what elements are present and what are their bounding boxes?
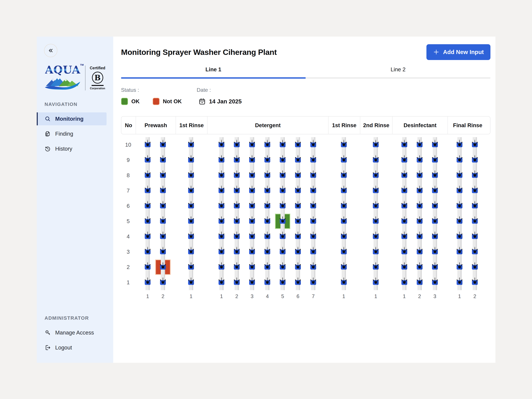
sprayer-cell[interactable] bbox=[290, 198, 306, 214]
sprayer-cell[interactable] bbox=[290, 168, 306, 183]
sprayer-cell[interactable] bbox=[260, 229, 275, 244]
sprayer-cell[interactable] bbox=[306, 183, 321, 198]
sprayer-cell[interactable] bbox=[183, 137, 199, 152]
sprayer-cell[interactable] bbox=[214, 137, 229, 152]
tab-line-1[interactable]: Line 1 bbox=[121, 66, 306, 79]
sprayer-cell[interactable] bbox=[467, 152, 482, 168]
sprayer-cell[interactable] bbox=[467, 260, 482, 275]
sprayer-cell[interactable] bbox=[336, 229, 351, 244]
sprayer-cell[interactable] bbox=[290, 229, 306, 244]
sprayer-cell[interactable] bbox=[229, 275, 244, 290]
sprayer-cell[interactable] bbox=[368, 152, 383, 168]
sprayer-cell[interactable] bbox=[290, 244, 306, 260]
sprayer-cell[interactable] bbox=[452, 183, 467, 198]
sprayer-cell[interactable] bbox=[183, 275, 199, 290]
sprayer-cell[interactable] bbox=[306, 152, 321, 168]
sprayer-cell[interactable] bbox=[260, 214, 275, 229]
sprayer-cell[interactable] bbox=[397, 183, 412, 198]
sprayer-cell[interactable] bbox=[427, 229, 443, 244]
sprayer-cell[interactable] bbox=[229, 137, 244, 152]
sprayer-cell[interactable] bbox=[290, 137, 306, 152]
sprayer-cell[interactable] bbox=[155, 214, 171, 229]
sprayer-cell[interactable] bbox=[214, 229, 229, 244]
date-picker[interactable]: 14 Jan 2025 bbox=[198, 98, 242, 105]
sprayer-cell[interactable] bbox=[140, 137, 155, 152]
sprayer-cell[interactable] bbox=[260, 260, 275, 275]
sprayer-cell[interactable] bbox=[229, 168, 244, 183]
sprayer-cell[interactable] bbox=[229, 183, 244, 198]
sprayer-cell[interactable] bbox=[183, 260, 199, 275]
sprayer-cell[interactable] bbox=[214, 214, 229, 229]
sprayer-cell[interactable] bbox=[140, 229, 155, 244]
sprayer-cell[interactable] bbox=[452, 214, 467, 229]
sprayer-cell[interactable] bbox=[427, 137, 443, 152]
sprayer-cell[interactable] bbox=[397, 168, 412, 183]
sprayer-cell[interactable] bbox=[140, 214, 155, 229]
sprayer-cell[interactable] bbox=[368, 275, 383, 290]
sprayer-cell[interactable] bbox=[244, 229, 260, 244]
sprayer-cell[interactable] bbox=[427, 183, 443, 198]
sprayer-cell[interactable] bbox=[306, 214, 321, 229]
sprayer-cell[interactable] bbox=[140, 168, 155, 183]
sprayer-cell[interactable] bbox=[260, 183, 275, 198]
sprayer-cell[interactable] bbox=[467, 229, 482, 244]
sprayer-cell[interactable] bbox=[260, 198, 275, 214]
sprayer-cell[interactable] bbox=[306, 198, 321, 214]
sprayer-cell[interactable] bbox=[412, 152, 427, 168]
sprayer-cell[interactable] bbox=[140, 244, 155, 260]
sprayer-cell[interactable] bbox=[183, 152, 199, 168]
sprayer-cell[interactable] bbox=[397, 152, 412, 168]
sprayer-cell[interactable] bbox=[336, 244, 351, 260]
sprayer-cell[interactable] bbox=[275, 229, 290, 244]
sprayer-cell[interactable] bbox=[290, 183, 306, 198]
sprayer-cell[interactable] bbox=[452, 275, 467, 290]
sprayer-cell[interactable] bbox=[244, 168, 260, 183]
sprayer-cell[interactable] bbox=[275, 244, 290, 260]
sprayer-cell[interactable] bbox=[306, 275, 321, 290]
sprayer-cell[interactable] bbox=[368, 214, 383, 229]
sprayer-cell[interactable] bbox=[336, 168, 351, 183]
sprayer-cell[interactable] bbox=[244, 183, 260, 198]
sprayer-cell[interactable] bbox=[336, 183, 351, 198]
sprayer-cell[interactable] bbox=[290, 260, 306, 275]
sidebar-nav-item-monitoring[interactable]: Monitoring bbox=[37, 112, 107, 125]
sprayer-cell[interactable] bbox=[214, 183, 229, 198]
sprayer-cell[interactable] bbox=[336, 198, 351, 214]
sprayer-cell[interactable] bbox=[452, 168, 467, 183]
sprayer-cell[interactable] bbox=[412, 168, 427, 183]
sprayer-cell[interactable] bbox=[275, 260, 290, 275]
sprayer-cell[interactable] bbox=[275, 198, 290, 214]
sprayer-cell[interactable] bbox=[467, 244, 482, 260]
sprayer-cell[interactable] bbox=[155, 152, 171, 168]
add-new-input-button[interactable]: Add New Input bbox=[426, 44, 490, 60]
sprayer-cell[interactable] bbox=[183, 229, 199, 244]
sprayer-cell[interactable] bbox=[155, 229, 171, 244]
sprayer-cell[interactable] bbox=[214, 275, 229, 290]
sprayer-cell[interactable] bbox=[155, 137, 171, 152]
sprayer-cell[interactable] bbox=[275, 168, 290, 183]
sprayer-cell[interactable] bbox=[260, 137, 275, 152]
sprayer-cell[interactable] bbox=[140, 198, 155, 214]
sprayer-cell[interactable] bbox=[397, 275, 412, 290]
sprayer-cell[interactable] bbox=[452, 229, 467, 244]
sprayer-cell[interactable] bbox=[214, 244, 229, 260]
sprayer-cell[interactable] bbox=[275, 137, 290, 152]
sprayer-cell[interactable] bbox=[306, 229, 321, 244]
sprayer-cell[interactable] bbox=[397, 214, 412, 229]
sprayer-cell[interactable] bbox=[412, 229, 427, 244]
sprayer-cell[interactable] bbox=[229, 152, 244, 168]
sprayer-cell[interactable] bbox=[183, 168, 199, 183]
sprayer-cell[interactable] bbox=[336, 137, 351, 152]
sprayer-cell[interactable] bbox=[306, 244, 321, 260]
sprayer-cell[interactable] bbox=[412, 137, 427, 152]
sprayer-cell[interactable] bbox=[183, 214, 199, 229]
sprayer-cell[interactable] bbox=[427, 152, 443, 168]
sprayer-cell[interactable] bbox=[260, 275, 275, 290]
sprayer-cell[interactable] bbox=[336, 275, 351, 290]
sprayer-cell[interactable] bbox=[397, 260, 412, 275]
sprayer-cell[interactable] bbox=[244, 198, 260, 214]
sprayer-cell[interactable] bbox=[275, 275, 290, 290]
tab-line-2[interactable]: Line 2 bbox=[306, 66, 490, 79]
sidebar-admin-item-logout[interactable]: Logout bbox=[37, 341, 107, 354]
sprayer-cell[interactable] bbox=[412, 214, 427, 229]
